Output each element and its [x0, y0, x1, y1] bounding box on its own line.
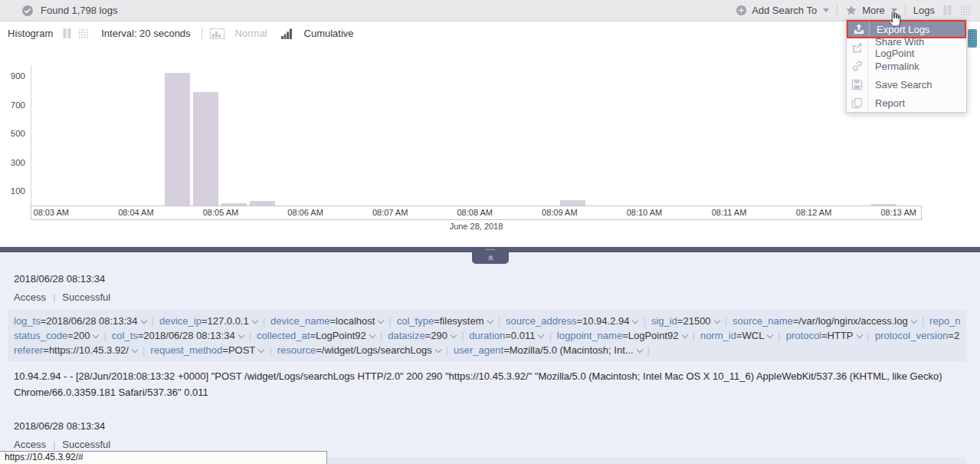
field-chip-log_ts[interactable]: log_ts=2018/06/28 08:13:34	[14, 315, 146, 327]
field-name: request_method	[150, 344, 222, 356]
field-chip-logpoint_name[interactable]: logpoint_name=LogPoint92	[557, 330, 687, 341]
field-chip-source_address[interactable]: source_address=10.94.2.94	[506, 315, 638, 327]
chevron-down-icon[interactable]	[140, 318, 146, 324]
chevron-down-icon[interactable]	[856, 332, 862, 338]
grid-view-icon[interactable]	[960, 5, 971, 15]
chevron-down-icon[interactable]	[378, 318, 384, 324]
log-label-access[interactable]: Access	[14, 291, 46, 303]
found-logs-count: Found 1,798 logs	[41, 5, 117, 16]
histogram-bar[interactable]	[250, 201, 275, 206]
y-axis-tick-label: 900	[0, 71, 25, 81]
search-button-fragment[interactable]	[968, 29, 977, 48]
field-chip-device_name[interactable]: device_name=localhost	[270, 315, 383, 327]
field-chip-col_ts[interactable]: col_ts=2018/06/28 08:13:34	[112, 330, 244, 341]
chevron-down-icon[interactable]	[487, 318, 493, 324]
separator: |	[461, 330, 464, 341]
separator	[867, 57, 868, 75]
log-entry: 2018/06/28 08:13:34Access|Successfullog_…	[0, 273, 980, 400]
field-value: =2018/06/28 08:13:34	[138, 330, 235, 341]
separator: |	[269, 344, 271, 356]
field-chip-duration[interactable]: duration=0.011	[469, 330, 543, 341]
chevron-down-icon[interactable]	[132, 347, 138, 353]
chevron-down-icon[interactable]	[258, 347, 264, 353]
chevron-down-icon[interactable]	[713, 318, 719, 324]
field-chip-referer[interactable]: referer=https://10.45.3.92/	[14, 344, 137, 356]
menu-item-permalink[interactable]: Permalink	[847, 57, 966, 75]
chevron-down-icon[interactable]	[434, 347, 441, 353]
x-axis-tick-label: 08:07 AM	[362, 206, 418, 219]
chevron-down-icon[interactable]	[767, 332, 773, 338]
log-label-successful[interactable]: Successful	[62, 291, 110, 303]
separator: |	[53, 291, 55, 303]
field-chip-request_method[interactable]: request_method=POST	[150, 344, 264, 356]
plus-circle-icon	[736, 5, 747, 16]
field-value: =https://10.45.3.92/	[43, 344, 129, 356]
field-chip-source_name[interactable]: source_name=/var/log/nginx/access.log	[733, 315, 916, 327]
field-chip-collected_at[interactable]: collected_at=LogPoint92	[257, 330, 375, 341]
status-url-tooltip: https://10.45.3.92/#	[0, 451, 327, 464]
histogram-bar[interactable]	[871, 204, 896, 206]
separator: |	[778, 330, 780, 341]
normal-toggle[interactable]: Normal	[210, 28, 267, 39]
chevron-down-icon[interactable]	[636, 347, 642, 353]
field-name: source_name	[733, 315, 793, 327]
chevron-down-icon[interactable]	[251, 318, 257, 324]
histogram-bar[interactable]	[193, 92, 218, 206]
field-chip-user_agent[interactable]: user_agent=Mozilla/5.0 (Macintosh; Int..…	[454, 344, 642, 356]
field-chip-protocol[interactable]: protocol=HTTP	[786, 330, 862, 341]
field-chip-device_ip[interactable]: device_ip=127.0.0.1	[159, 315, 257, 327]
chevron-down-icon[interactable]	[93, 332, 99, 338]
field-chip-protocol_version[interactable]: protocol_version=2.0	[875, 330, 960, 341]
x-axis-tick-label: 08:05 AM	[192, 206, 249, 219]
chevron-down-icon[interactable]	[238, 332, 244, 338]
histogram-bar[interactable]	[560, 200, 585, 206]
chevron-down-icon[interactable]	[538, 332, 544, 338]
field-chip-resource[interactable]: resource=/widget/Logs/searchLogs	[277, 344, 441, 356]
add-search-to-button[interactable]: Add Search To	[736, 5, 829, 16]
chevron-down-icon[interactable]	[681, 332, 687, 338]
menu-item-share-with-logpoint[interactable]: Share With LogPoint	[847, 38, 966, 57]
field-chip-sig_id[interactable]: sig_id=21500	[651, 315, 719, 327]
field-chip-datasize[interactable]: datasize=290	[388, 330, 456, 341]
log-label-access[interactable]: Access	[14, 439, 46, 450]
cumulative-toggle[interactable]: Cumulative	[281, 28, 354, 39]
menu-item-save-search[interactable]: Save Search	[847, 75, 966, 94]
field-chip-norm_id[interactable]: norm_id=WCL	[700, 330, 772, 341]
chevron-down-icon[interactable]	[369, 332, 375, 338]
field-name: datasize	[388, 330, 424, 341]
menu-item-label: Permalink	[875, 61, 919, 72]
histogram-bar[interactable]	[221, 203, 247, 206]
x-axis-tick-label: 08:09 AM	[531, 206, 588, 219]
x-axis-selection-strip[interactable]: 08:03 AM08:04 AM08:05 AM08:06 AM08:07 AM…	[31, 206, 922, 220]
field-name: status_code	[14, 330, 67, 341]
field-name: duration	[469, 330, 505, 341]
field-value: =Mozilla/5.0 (Macintosh; Int...	[503, 344, 633, 356]
separator: |	[53, 439, 55, 450]
field-name: user_agent	[454, 344, 503, 356]
more-button[interactable]: More	[845, 5, 897, 16]
separator	[202, 28, 202, 39]
log-label-successful[interactable]: Successful	[62, 439, 110, 450]
columns-view-icon[interactable]	[62, 28, 72, 38]
separator: |	[143, 344, 145, 356]
field-name: resource	[277, 344, 316, 356]
collapse-handle[interactable]: »	[472, 252, 509, 264]
histogram-bar[interactable]	[165, 73, 190, 206]
field-name: col_ts	[112, 330, 138, 341]
field-chip-col_type[interactable]: col_type=filesystem	[397, 315, 493, 327]
separator: |	[867, 330, 870, 341]
more-label: More	[862, 5, 885, 16]
x-axis-tick-label: 08:12 AM	[785, 206, 842, 219]
menu-item-report[interactable]: Report	[847, 94, 966, 112]
field-value: =LogPoint92	[310, 330, 365, 341]
field-chip-status_code[interactable]: status_code=200	[14, 330, 98, 341]
chevron-down-icon[interactable]	[451, 332, 457, 338]
chevron-down-icon[interactable]	[632, 318, 638, 324]
field-value: =/widget/Logs/searchLogs	[316, 344, 431, 356]
grid-view-icon[interactable]	[78, 28, 89, 38]
columns-view-icon[interactable]	[942, 5, 952, 15]
chevron-down-icon[interactable]	[910, 318, 916, 324]
separator: |	[647, 344, 650, 356]
link-icon	[847, 60, 867, 72]
field-chip-repo_name[interactable]: repo_name=_logpoint	[929, 315, 960, 327]
